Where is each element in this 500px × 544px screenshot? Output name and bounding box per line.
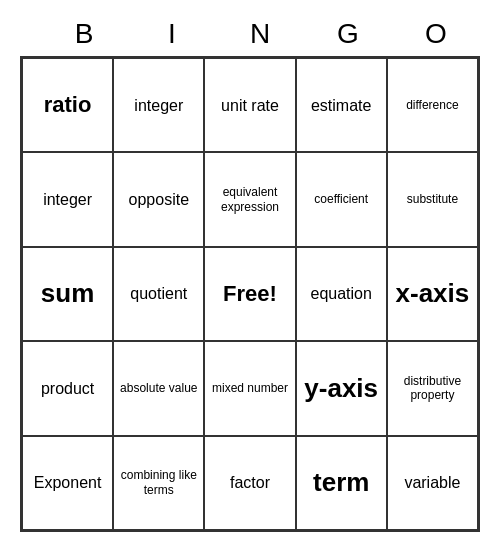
- bingo-cell-21[interactable]: combining like terms: [113, 436, 204, 530]
- header-b: B: [40, 12, 128, 56]
- bingo-cell-2[interactable]: unit rate: [204, 58, 295, 152]
- bingo-cell-17[interactable]: mixed number: [204, 341, 295, 435]
- bingo-header: B I N G O: [20, 12, 480, 56]
- bingo-cell-14[interactable]: x-axis: [387, 247, 478, 341]
- bingo-cell-10[interactable]: sum: [22, 247, 113, 341]
- bingo-cell-20[interactable]: Exponent: [22, 436, 113, 530]
- bingo-cell-19[interactable]: distributive property: [387, 341, 478, 435]
- bingo-cell-16[interactable]: absolute value: [113, 341, 204, 435]
- bingo-cell-18[interactable]: y-axis: [296, 341, 387, 435]
- bingo-card: B I N G O ratiointegerunit rateestimated…: [20, 12, 480, 532]
- bingo-cell-3[interactable]: estimate: [296, 58, 387, 152]
- bingo-cell-1[interactable]: integer: [113, 58, 204, 152]
- header-n: N: [216, 12, 304, 56]
- bingo-cell-23[interactable]: term: [296, 436, 387, 530]
- bingo-cell-5[interactable]: integer: [22, 152, 113, 246]
- bingo-cell-22[interactable]: factor: [204, 436, 295, 530]
- bingo-cell-9[interactable]: substitute: [387, 152, 478, 246]
- bingo-grid: ratiointegerunit rateestimatedifferencei…: [20, 56, 480, 532]
- bingo-cell-6[interactable]: opposite: [113, 152, 204, 246]
- bingo-cell-11[interactable]: quotient: [113, 247, 204, 341]
- bingo-cell-4[interactable]: difference: [387, 58, 478, 152]
- header-o: O: [392, 12, 480, 56]
- bingo-cell-7[interactable]: equivalent expression: [204, 152, 295, 246]
- bingo-cell-0[interactable]: ratio: [22, 58, 113, 152]
- bingo-cell-15[interactable]: product: [22, 341, 113, 435]
- header-i: I: [128, 12, 216, 56]
- bingo-cell-8[interactable]: coefficient: [296, 152, 387, 246]
- bingo-cell-13[interactable]: equation: [296, 247, 387, 341]
- bingo-cell-12[interactable]: Free!: [204, 247, 295, 341]
- header-g: G: [304, 12, 392, 56]
- bingo-cell-24[interactable]: variable: [387, 436, 478, 530]
